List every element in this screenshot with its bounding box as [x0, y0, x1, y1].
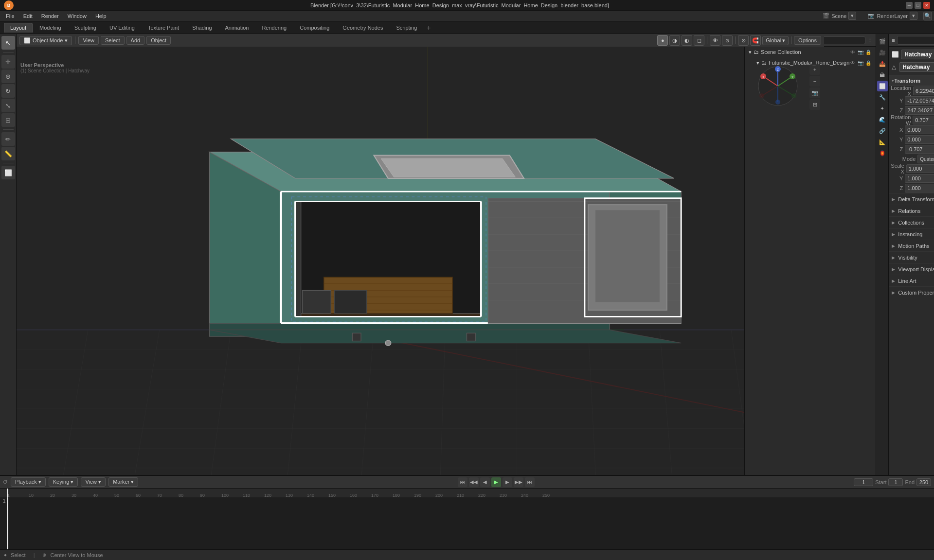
tab-modeling[interactable]: Modeling	[33, 23, 68, 33]
step-back-btn[interactable]: ◀	[480, 477, 490, 487]
tool-annotate[interactable]: ✏	[1, 132, 15, 146]
prev-keyframe-btn[interactable]: ◀◀	[469, 477, 479, 487]
vp-object-btn[interactable]: Object	[146, 36, 171, 45]
vp-add-btn[interactable]: Add	[126, 36, 145, 45]
vp-viewport-shading-material[interactable]: ◑	[669, 35, 680, 46]
vp-zoom-out[interactable]: −	[809, 76, 820, 87]
visibility-section[interactable]: ▶ Visibility	[889, 251, 934, 263]
delta-transform-section[interactable]: ▶ Delta Transform	[889, 193, 934, 205]
menu-render[interactable]: Render	[37, 12, 63, 20]
location-z-input[interactable]	[905, 106, 934, 115]
vp-viewport-shading-solid[interactable]: ●	[657, 35, 668, 46]
jump-end-btn[interactable]: ⏭	[525, 477, 535, 487]
scale-y-input[interactable]	[905, 174, 934, 183]
prop-icon-view-layer[interactable]: 🏔	[877, 70, 888, 80]
view-dropdown[interactable]: View ▾	[81, 477, 106, 487]
tool-add-cube[interactable]: ⬜	[1, 166, 15, 179]
close-button[interactable]: ✕	[923, 2, 930, 9]
step-forward-btn[interactable]: ▶	[503, 477, 512, 487]
rotation-y-input[interactable]	[905, 135, 934, 144]
vp-zoom-in[interactable]: +	[809, 64, 820, 75]
vp-proportional-btn[interactable]: ⊙	[738, 35, 749, 46]
outliner-item-scene-collection[interactable]: ▾ 🗂 Scene Collection 👁 📷 🔒	[745, 47, 876, 57]
properties-search[interactable]	[897, 36, 934, 45]
menu-window[interactable]: Window	[64, 12, 90, 20]
transform-header[interactable]: ▾ Transform	[889, 75, 934, 86]
playback-dropdown[interactable]: Playback ▾	[11, 477, 46, 487]
prop-icon-material[interactable]: 🏮	[877, 148, 888, 158]
scale-z-input[interactable]	[905, 184, 934, 192]
location-y-input[interactable]	[905, 96, 934, 105]
tab-scripting[interactable]: Scripting	[390, 23, 423, 33]
vp-options-btn[interactable]: Options	[794, 36, 821, 45]
prop-icon-constraints[interactable]: 🔗	[877, 125, 888, 136]
prop-icon-particles[interactable]: ✦	[877, 103, 888, 114]
viewport-display-section[interactable]: ▶ Viewport Display	[889, 263, 934, 275]
vp-toggle-camera[interactable]: 📷	[809, 88, 820, 98]
vp-gizmo-btn[interactable]: ⊙	[722, 35, 733, 46]
menu-file[interactable]: File	[2, 12, 18, 20]
futuristic-camera-icon[interactable]: 📷	[857, 59, 864, 66]
vp-viewport-shading-rendered[interactable]: ◐	[682, 35, 692, 46]
tool-measure[interactable]: 📏	[1, 147, 15, 160]
prop-icon-modifiers[interactable]: 🔧	[877, 92, 888, 103]
jump-start-btn[interactable]: ⏮	[458, 477, 467, 487]
custom-properties-section[interactable]: ▶ Custom Properties	[889, 286, 934, 298]
next-keyframe-btn[interactable]: ▶▶	[514, 477, 523, 487]
search-icon[interactable]: 🔍	[923, 12, 932, 20]
instancing-section[interactable]: ▶ Instancing	[889, 228, 934, 240]
prop-icon-output[interactable]: 📤	[877, 58, 888, 69]
tool-transform[interactable]: ⊞	[1, 113, 15, 127]
tool-rotate[interactable]: ↻	[1, 84, 15, 98]
scale-x-input[interactable]	[906, 164, 934, 173]
add-workspace-button[interactable]: +	[424, 23, 433, 33]
start-frame-input[interactable]	[888, 478, 903, 486]
vp-select-btn[interactable]: Select	[101, 36, 125, 45]
outliner-filter-icon[interactable]: ⋮	[867, 37, 873, 43]
vp-global-dropdown[interactable]: Global▾	[762, 36, 789, 45]
tab-animation[interactable]: Animation	[219, 23, 255, 33]
prop-icon-object[interactable]: ⬜	[877, 81, 888, 91]
keying-dropdown[interactable]: Keying ▾	[49, 477, 78, 487]
tool-cursor[interactable]: ✛	[1, 55, 15, 69]
tab-geometry-nodes[interactable]: Geometry Nodes	[336, 23, 389, 33]
object-mode-dropdown[interactable]: ⬜ Object Mode ▾	[19, 36, 72, 45]
object-name-input[interactable]	[901, 50, 934, 59]
tab-layout[interactable]: Layout	[4, 23, 33, 33]
play-btn[interactable]: ▶	[491, 477, 501, 487]
vp-toggle-quad[interactable]: ⊞	[809, 99, 820, 110]
menu-edit[interactable]: Edit	[19, 12, 36, 20]
tool-move[interactable]: ⊕	[1, 70, 15, 83]
vp-view-btn[interactable]: View	[78, 36, 99, 45]
tool-scale[interactable]: ⤡	[1, 99, 15, 112]
prop-icon-scene[interactable]: 🎬	[877, 36, 888, 47]
menu-help[interactable]: Help	[91, 12, 110, 20]
rotation-z-input[interactable]	[905, 145, 934, 154]
current-frame-input[interactable]	[854, 478, 873, 486]
vp-viewport-shading-wire[interactable]: ◻	[694, 35, 704, 46]
motion-paths-section[interactable]: ▶ Motion Paths	[889, 240, 934, 251]
tab-shading[interactable]: Shading	[186, 23, 218, 33]
prop-icon-data[interactable]: 📐	[877, 137, 888, 147]
rotation-x-input[interactable]	[905, 125, 934, 134]
scene-collection-lock-icon[interactable]: 🔒	[865, 49, 872, 55]
tab-compositing[interactable]: Compositing	[293, 23, 336, 33]
prop-icon-render[interactable]: 🎥	[877, 47, 888, 58]
location-x-input[interactable]	[913, 87, 934, 95]
object-data-name-input[interactable]	[899, 62, 934, 72]
renderlayer-dropdown[interactable]: ▾	[910, 12, 917, 20]
scene-dropdown[interactable]: ▾	[848, 12, 856, 20]
maximize-button[interactable]: □	[915, 2, 921, 9]
marker-dropdown[interactable]: Marker ▾	[108, 477, 138, 487]
futuristic-eye-icon[interactable]: 👁	[849, 59, 856, 66]
line-art-section[interactable]: ▶ Line Art	[889, 275, 934, 286]
collections-section[interactable]: ▶ Collections	[889, 216, 934, 228]
tab-sculpting[interactable]: Sculpting	[68, 23, 103, 33]
scene-collection-eye-icon[interactable]: 👁	[849, 49, 856, 55]
end-frame-input[interactable]	[916, 478, 931, 486]
tool-select[interactable]: ↖	[1, 36, 15, 50]
vp-snap-btn[interactable]: 🧲	[750, 35, 761, 46]
minimize-button[interactable]: ─	[906, 2, 913, 9]
rotation-w-input[interactable]	[913, 116, 934, 124]
relations-section[interactable]: ▶ Relations	[889, 205, 934, 216]
